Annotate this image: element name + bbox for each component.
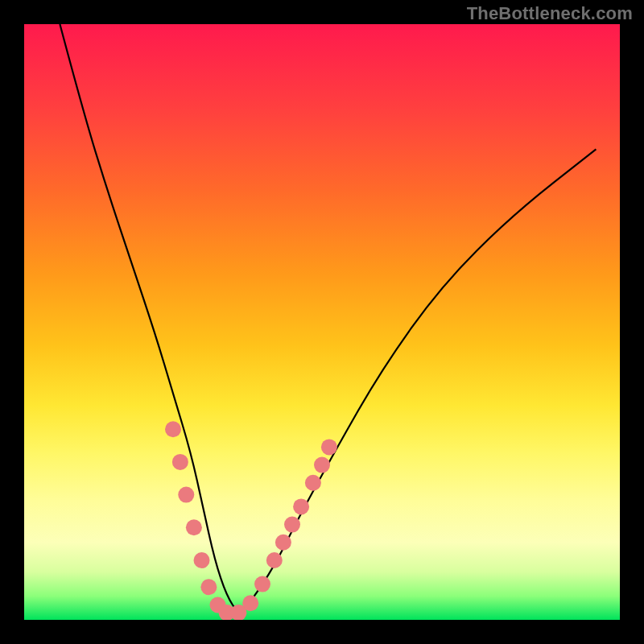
curve-marker — [321, 439, 337, 455]
watermark-text: TheBottleneck.com — [467, 3, 633, 24]
curve-marker — [266, 552, 283, 568]
curve-marker — [284, 517, 300, 533]
curve-marker — [165, 421, 181, 437]
curve-marker — [314, 457, 330, 473]
chart-frame: TheBottleneck.com — [0, 0, 644, 644]
curve-marker — [178, 487, 194, 503]
curve-marker — [275, 535, 291, 551]
curve-marker — [254, 576, 270, 592]
curve-marker — [305, 475, 321, 491]
curve-marker — [186, 519, 202, 535]
curve-marker — [200, 579, 217, 595]
curve-marker — [172, 454, 188, 470]
curve-marker — [194, 552, 210, 568]
curve-marker — [293, 498, 309, 514]
curve-marker — [242, 595, 258, 611]
bottleneck-curve — [24, 24, 620, 620]
chart-plot-area — [24, 24, 620, 620]
